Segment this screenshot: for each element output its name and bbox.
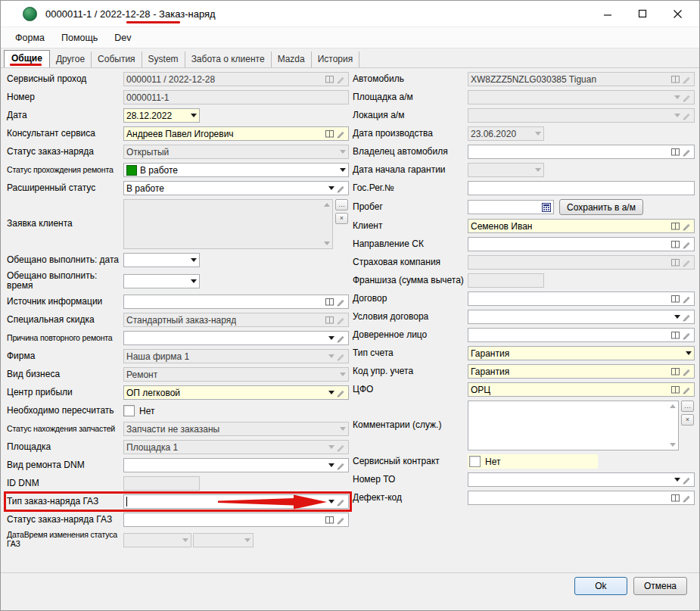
pencil-icon[interactable] [682,475,692,485]
dropdown-arrow-icon[interactable] [328,391,334,394]
input-field[interactable] [468,237,695,251]
book-icon[interactable] [325,74,334,84]
dots-button[interactable]: … [335,199,348,210]
dropdown-arrow-icon[interactable] [191,258,197,262]
input-field[interactable] [468,491,695,505]
combo-box[interactable] [123,331,349,345]
pencil-icon[interactable] [336,515,346,525]
input-field[interactable] [123,476,200,491]
dropdown-arrow-icon[interactable] [674,315,680,319]
pencil-icon[interactable] [336,442,346,452]
input-field[interactable] [468,273,544,288]
input-field[interactable] [123,513,349,527]
pencil-icon[interactable] [682,312,692,322]
combo-box[interactable] [468,108,695,123]
dropdown-arrow-icon[interactable] [328,186,334,190]
combo-box[interactable]: В работе [123,181,349,195]
combo-box[interactable] [468,90,695,104]
pencil-icon[interactable] [336,297,346,307]
pencil-icon[interactable] [682,330,692,340]
book-icon[interactable] [670,493,680,503]
checkbox[interactable] [469,456,481,467]
scroll-down-icon[interactable] [324,242,330,245]
cancel-button[interactable]: Отмена [633,577,687,595]
combo-box[interactable]: В работе [123,163,349,177]
dropdown-arrow-icon[interactable] [340,150,346,154]
checkbox[interactable] [123,405,135,416]
tab-sobytiya[interactable]: События [92,51,142,67]
combo-box[interactable]: Ремонт [123,367,349,382]
maximize-button[interactable] [631,5,654,23]
input-field[interactable]: 0000011 / 2022-12-28 [123,72,349,86]
dropdown-arrow-icon[interactable] [686,351,692,355]
dropdown-arrow-icon[interactable] [328,336,334,340]
dropdown-arrow-icon[interactable] [340,373,346,376]
input-field[interactable] [468,181,695,195]
book-icon[interactable] [670,330,680,340]
input-field[interactable]: ОРЦ [468,382,695,397]
clear-button[interactable]: × [335,213,348,224]
pencil-icon[interactable] [682,221,692,231]
book-icon[interactable] [325,315,334,325]
combo-box[interactable]: 28.12.2022 [123,108,200,123]
input-field[interactable] [468,200,554,214]
pencil-icon[interactable] [682,147,692,157]
book-icon[interactable] [670,385,680,394]
pencil-icon[interactable] [336,129,346,139]
clear-button[interactable]: × [681,414,694,426]
combo-box[interactable] [468,310,695,324]
input-field[interactable]: XW8ZZZ5NZLG030385 Tiguan [468,72,695,86]
pencil-icon[interactable] [682,257,692,267]
dropdown-arrow-icon[interactable] [244,538,250,542]
tab-system[interactable]: System [142,51,185,67]
book-icon[interactable] [670,221,680,231]
pencil-icon[interactable] [336,315,346,325]
ok-button[interactable]: Ok [574,577,627,595]
dropdown-arrow-icon[interactable] [535,168,541,172]
book-icon[interactable] [325,129,334,139]
tab-mazda[interactable]: Mazda [272,51,312,67]
input-field[interactable]: Гарантия [468,364,695,379]
book-icon[interactable] [670,239,680,249]
combo-box[interactable]: Открытый [123,145,349,159]
menu-item-dev[interactable]: Dev [106,30,139,46]
dropdown-arrow-icon[interactable] [328,445,334,449]
input-field[interactable] [123,295,349,309]
combo-box[interactable]: Площадка 1 [123,440,349,454]
scroll-down-icon[interactable] [670,443,676,447]
dots-button[interactable]: … [681,401,694,412]
input-field[interactable]: Семенов Иван [468,219,695,233]
dropdown-arrow-icon[interactable] [182,538,188,542]
dropdown-arrow-icon[interactable] [328,354,334,358]
book-icon[interactable] [670,147,680,157]
pencil-icon[interactable] [682,294,692,304]
pencil-icon[interactable] [682,74,692,84]
dropdown-arrow-icon[interactable] [340,168,346,172]
combo-box[interactable]: 23.06.2020 [468,126,544,141]
dropdown-arrow-icon[interactable] [535,132,541,136]
dropdown-arrow-icon[interactable] [191,279,197,283]
book-icon[interactable] [325,515,334,525]
input-field[interactable] [468,328,695,342]
combo-box[interactable]: Наша фирма 1 [123,349,349,363]
save-to-vehicle-button[interactable]: Сохранить в а/м [559,199,643,215]
pencil-icon[interactable] [336,460,346,470]
calc-icon[interactable] [542,203,551,212]
pencil-icon[interactable] [682,239,692,249]
tab-zabota-o-kliente[interactable]: Забота о клиенте [185,51,272,67]
pencil-icon[interactable] [336,388,346,397]
combo-box[interactable]: ОП легковой [123,385,349,400]
book-icon[interactable] [670,257,680,267]
combo-box[interactable] [123,533,191,547]
pencil-icon[interactable] [682,493,692,503]
book-icon[interactable] [670,294,680,304]
menu-item-pomoshch[interactable]: Помощь [53,30,106,46]
combo-box[interactable] [123,253,200,267]
combo-box[interactable] [123,494,349,509]
input-field[interactable]: 0000011-1 [123,90,349,104]
book-icon[interactable] [325,297,334,307]
pencil-icon[interactable] [682,366,692,376]
close-button[interactable] [666,5,689,23]
pencil-icon[interactable] [336,333,346,343]
textarea-field[interactable] [123,199,333,249]
